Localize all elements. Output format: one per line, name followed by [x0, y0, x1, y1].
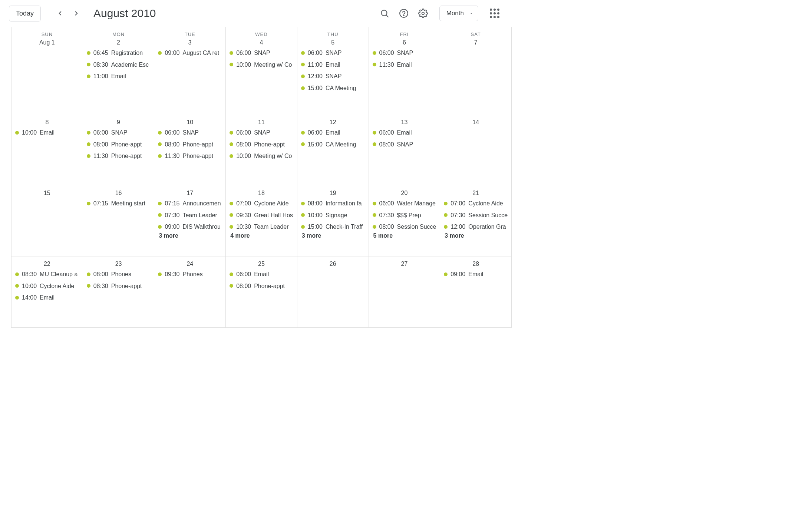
event[interactable]: 07:30$$$ Prep [372, 211, 437, 220]
day-cell[interactable]: 2208:30MU Cleanup a10:00Cyclone Aide14:0… [11, 257, 83, 327]
day-cell[interactable]: 2809:00Email [440, 257, 512, 327]
event[interactable]: 07:00Cyclone Aide [229, 199, 294, 208]
day-cell[interactable]: 2409:30Phones [154, 257, 226, 327]
day-cell[interactable]: 309:00August CA ret [154, 37, 226, 115]
event[interactable]: 07:30Team Leader [157, 211, 222, 220]
day-cell[interactable]: 206:45Registration08:30Academic Esc11:00… [83, 37, 155, 115]
event[interactable]: 12:00SNAP [300, 72, 366, 81]
event[interactable]: 07:15Announcemen [157, 199, 222, 208]
event[interactable]: 10:00Meeting w/ Co [229, 151, 294, 161]
event[interactable]: 09:00DIS Walkthrou [157, 222, 222, 232]
event[interactable]: 14:00Email [14, 293, 80, 303]
event[interactable]: 12:00Operation Gra [443, 222, 508, 232]
day-cell[interactable]: 14 [440, 115, 512, 186]
day-cell[interactable]: 27 [369, 257, 440, 327]
event[interactable]: 10:00Cyclone Aide [14, 281, 80, 291]
event[interactable]: 06:00Water Manage [372, 199, 437, 208]
event[interactable]: 07:30Session Succe [443, 211, 508, 220]
day-cell[interactable]: 1807:00Cyclone Aide09:30Great Hall Hos10… [226, 186, 297, 257]
day-cell[interactable]: 1106:00SNAP08:00Phone-appt10:00Meeting w… [226, 115, 297, 186]
event-dot-icon [15, 272, 19, 276]
day-cell[interactable]: 406:00SNAP10:00Meeting w/ Co [226, 37, 297, 115]
event[interactable]: 09:00August CA ret [157, 48, 222, 58]
today-button[interactable]: Today [9, 6, 41, 22]
day-cell[interactable]: 1206:00Email15:00CA Meeting [297, 115, 369, 186]
event[interactable]: 08:00Session Succe [372, 222, 437, 232]
day-cell[interactable]: Aug 1 [11, 37, 83, 115]
more-events[interactable]: 5 more [372, 232, 437, 239]
event[interactable]: 15:00CA Meeting [300, 83, 366, 93]
event[interactable]: 06:00Email [372, 128, 437, 138]
event[interactable]: 11:30Phone-appt [86, 151, 151, 161]
event[interactable]: 09:00Email [443, 270, 508, 279]
event[interactable]: 08:00Phones [86, 270, 151, 279]
more-events[interactable]: 3 more [157, 232, 222, 239]
event-dot-icon [373, 63, 376, 66]
more-events[interactable]: 3 more [443, 232, 508, 239]
apps-button[interactable] [486, 5, 503, 22]
event[interactable]: 08:30Phone-appt [86, 281, 151, 291]
event[interactable]: 11:30Phone-appt [157, 151, 222, 161]
day-cell[interactable]: 1707:15Announcemen07:30Team Leader09:00D… [154, 186, 226, 257]
day-cell[interactable]: 810:00Email [11, 115, 83, 186]
day-cell[interactable]: 26 [297, 257, 369, 327]
view-switcher[interactable]: Month [439, 6, 478, 21]
next-arrow[interactable] [70, 7, 82, 19]
day-number: 13 [372, 118, 437, 128]
event[interactable]: 10:00Signage [300, 211, 366, 220]
day-cell[interactable]: 15 [11, 186, 83, 257]
day-cell[interactable]: 1607:15Meeting start [83, 186, 155, 257]
event[interactable]: 09:30Phones [157, 270, 222, 279]
day-cell[interactable]: 2107:00Cyclone Aide07:30Session Succe12:… [440, 186, 512, 257]
event-time: 08:00 [236, 140, 251, 149]
event[interactable]: 11:00Email [86, 72, 151, 81]
event[interactable]: 08:30MU Cleanup a [14, 270, 80, 279]
day-cell[interactable]: 1908:00Information fa10:00Signage15:00Ch… [297, 186, 369, 257]
day-cell[interactable]: 606:00SNAP11:30Email [369, 37, 440, 115]
event[interactable]: 08:30Academic Esc [86, 60, 151, 70]
settings-button[interactable] [415, 5, 431, 22]
event[interactable]: 09:30Great Hall Hos [229, 211, 294, 220]
event[interactable]: 06:00Email [300, 128, 366, 138]
event[interactable]: 08:00Phone-appt [157, 140, 222, 149]
event[interactable]: 06:45Registration [86, 48, 151, 58]
event[interactable]: 06:00SNAP [157, 128, 222, 138]
event[interactable]: 07:00Cyclone Aide [443, 199, 508, 208]
event[interactable]: 07:15Meeting start [86, 199, 151, 208]
day-cell[interactable]: 2506:00Email08:00Phone-appt [226, 257, 297, 327]
day-cell[interactable]: 1306:00Email08:00SNAP [369, 115, 440, 186]
more-events[interactable]: 3 more [300, 232, 366, 239]
day-cell[interactable]: 1006:00SNAP08:00Phone-appt11:30Phone-app… [154, 115, 226, 186]
event[interactable]: 08:00Phone-appt [86, 140, 151, 149]
more-events[interactable]: 4 more [229, 232, 294, 239]
prev-arrow[interactable] [54, 7, 66, 19]
event[interactable]: 11:30Email [372, 60, 437, 70]
event[interactable]: 06:00SNAP [229, 128, 294, 138]
help-icon [399, 9, 409, 18]
day-cell[interactable]: 7 [440, 37, 512, 115]
day-cell[interactable]: 506:00SNAP11:00Email12:00SNAP15:00CA Mee… [297, 37, 369, 115]
event[interactable]: 08:00Information fa [300, 199, 366, 208]
event-title: Email [468, 270, 483, 279]
day-cell[interactable]: 2308:00Phones08:30Phone-appt [83, 257, 155, 327]
event[interactable]: 10:30Team Leader [229, 222, 294, 232]
event[interactable]: 10:00Email [14, 128, 80, 138]
day-cell[interactable]: 2006:00Water Manage07:30$$$ Prep08:00Ses… [369, 186, 440, 257]
search-button[interactable] [376, 5, 393, 22]
event[interactable]: 06:00SNAP [229, 48, 294, 58]
event-dot-icon [158, 142, 162, 146]
help-button[interactable] [396, 5, 412, 22]
event[interactable]: 15:00CA Meeting [300, 140, 366, 149]
event[interactable]: 06:00Email [229, 270, 294, 279]
event[interactable]: 06:00SNAP [300, 48, 366, 58]
event[interactable]: 08:00Phone-appt [229, 140, 294, 149]
event[interactable]: 11:00Email [300, 60, 366, 70]
event[interactable]: 08:00Phone-appt [229, 281, 294, 291]
event[interactable]: 06:00SNAP [86, 128, 151, 138]
event[interactable]: 06:00SNAP [372, 48, 437, 58]
event[interactable]: 08:00SNAP [372, 140, 437, 149]
day-cell[interactable]: 906:00SNAP08:00Phone-appt11:30Phone-appt [83, 115, 155, 186]
event-dot-icon [87, 202, 90, 205]
event[interactable]: 10:00Meeting w/ Co [229, 60, 294, 70]
event[interactable]: 15:00Check-In Traff [300, 222, 366, 232]
